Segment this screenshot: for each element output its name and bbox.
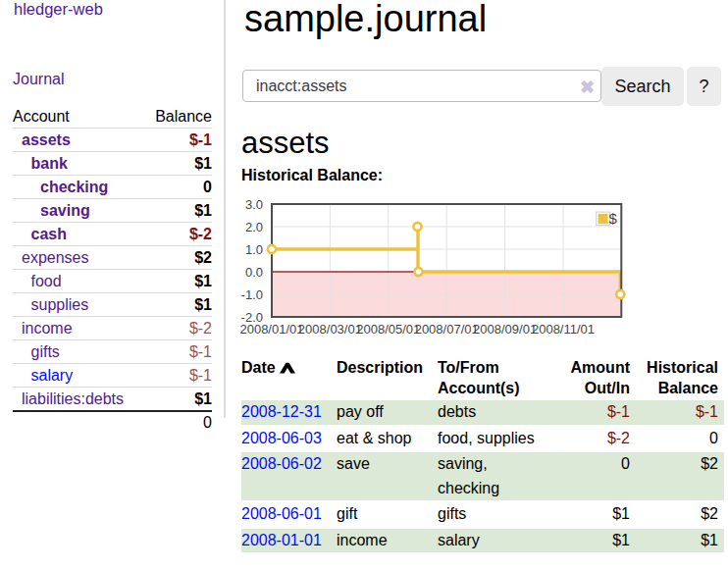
svg-text:0.0: 0.0	[245, 265, 263, 280]
svg-text:1.0: 1.0	[245, 242, 263, 257]
svg-text:2008/01/01: 2008/01/01	[239, 322, 303, 337]
svg-text:2008/05/01: 2008/05/01	[356, 322, 420, 337]
svg-text:2008/07/01: 2008/07/01	[415, 322, 479, 337]
svg-text:3.0: 3.0	[245, 197, 263, 212]
svg-text:-1.0: -1.0	[241, 287, 263, 302]
svg-text:2008/09/01: 2008/09/01	[473, 322, 537, 337]
svg-text:2008/11/01: 2008/11/01	[532, 322, 595, 337]
svg-text:2008/03/01: 2008/03/01	[298, 322, 362, 337]
svg-text:2.0: 2.0	[245, 220, 263, 234]
svg-text:$: $	[609, 210, 618, 227]
